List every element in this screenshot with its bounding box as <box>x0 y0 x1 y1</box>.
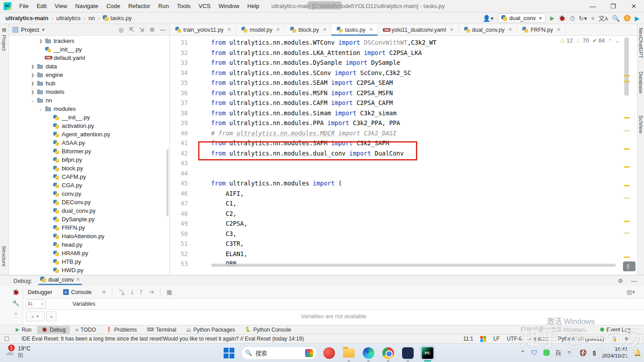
collapse-all-icon[interactable]: ⇲ <box>139 26 144 33</box>
code-line[interactable]: 48 C2, <box>170 209 622 219</box>
ime-indicator[interactable]: 英 <box>555 348 561 357</box>
step-out-icon[interactable]: ⭡ <box>140 289 143 296</box>
more-actions-icon[interactable]: » <box>15 311 17 316</box>
maximize-button[interactable]: ❐ <box>603 0 623 12</box>
code-line[interactable]: 36from ultralytics.nn.modules.MSFN impor… <box>170 88 622 98</box>
tree-item--init-py[interactable]: __init__.py <box>9 45 169 54</box>
error-stripe[interactable] <box>623 36 630 275</box>
tool-window-button-debug[interactable]: 🐞Debug <box>37 326 69 334</box>
code-line[interactable]: 33from ultralytics.nn.modules.DySanple i… <box>170 58 622 68</box>
tree-item-hub[interactable]: ❯hub <box>9 79 169 88</box>
debug-session-tab[interactable]: dual_conv ✕ <box>38 277 82 285</box>
taskbar-edge[interactable] <box>361 345 376 361</box>
tool-window-button-todo[interactable]: ≡TODO <box>72 326 100 334</box>
hide-panel-icon[interactable]: — <box>160 26 166 33</box>
editor-scrollbar-thumb[interactable] <box>624 38 629 96</box>
tree-chevron-icon[interactable]: ❯ <box>29 64 37 69</box>
project-panel-title[interactable]: Project <box>21 26 39 33</box>
code-line[interactable]: 40# from ultralytics.nn.modules.MDCR imp… <box>170 128 622 139</box>
code-editor[interactable]: 31from ultralytics.nn.modules.WTConv imp… <box>170 36 637 275</box>
tree-item-conv-py[interactable]: conv.py <box>9 189 169 198</box>
tree-item-bifpn-py[interactable]: bifpn.py <box>9 156 169 164</box>
menu-item-navigate[interactable]: Navigate <box>71 0 102 12</box>
tree-item-asaa-py[interactable]: ASAA.py <box>9 139 169 147</box>
security-shield-icon[interactable]: 🛡 <box>531 349 538 356</box>
line-separator[interactable]: LF <box>493 336 500 342</box>
tree-item-dual-conv-py[interactable]: dual_conv.py <box>9 206 169 215</box>
clock-widget[interactable]: 16:41 2024/10/21 <box>602 346 628 359</box>
settings-gear-icon[interactable]: ⚙ <box>149 26 155 33</box>
tree-item-head-py[interactable]: head.py <box>9 240 169 249</box>
editor-tab-frfn-py[interactable]: FRFN.py✕ <box>517 24 565 35</box>
close-tab-icon[interactable]: ✕ <box>276 27 280 33</box>
tool-window-button-python-console[interactable]: 🐍Python Console <box>241 326 295 334</box>
status-message[interactable]: IDE Eval Reset: It has been a long time … <box>21 336 304 342</box>
frames-dropdown[interactable]: Fi∨ <box>26 299 46 308</box>
close-tab-icon[interactable]: ✕ <box>508 27 512 33</box>
weather-widget[interactable]: ☁1 19°C 阴 <box>4 345 30 359</box>
minimize-button[interactable]: — <box>582 0 603 12</box>
run-configuration-select[interactable]: dual_conv ▼ <box>498 13 546 23</box>
wifi-icon[interactable]: ᯤ <box>567 349 573 356</box>
tree-chevron-icon[interactable]: ⌄ <box>29 98 37 103</box>
code-line[interactable]: 46 AIFI, <box>170 189 622 199</box>
tool-stripe-structure[interactable]: Structure <box>1 246 7 267</box>
tree-item-hwd-py[interactable]: HWD.py <box>9 266 169 274</box>
close-tab-icon[interactable]: ✕ <box>369 27 373 33</box>
prev-issue-icon[interactable]: ⌃ <box>608 38 612 43</box>
tree-item-haloattention-py[interactable]: HaloAttention.py <box>9 232 169 240</box>
event-log-button[interactable]: Event Log <box>600 327 644 333</box>
file-encoding[interactable]: UTF-8 <box>507 336 522 342</box>
stop-button[interactable]: ■ <box>591 15 594 21</box>
tree-item-biformer-py[interactable]: Biformer.py <box>9 147 169 156</box>
update-notification-icon[interactable]: ⇧ <box>624 15 631 21</box>
volume-muted-icon[interactable]: 🔇 <box>579 349 587 356</box>
tree-item-trackers[interactable]: ❯trackers <box>9 37 169 45</box>
translate-icon[interactable]: 文A <box>598 15 608 21</box>
tree-item-dysanple-py[interactable]: DySanple.py <box>9 215 169 223</box>
notifications-bell-icon[interactable]: 🔔 <box>634 349 641 356</box>
menu-item-file[interactable]: File <box>15 0 33 12</box>
tree-item-modules[interactable]: ⌄modules <box>9 105 169 113</box>
tree-item-cga-py[interactable]: CGA.py <box>9 181 169 189</box>
tool-stripe-project[interactable]: Project <box>1 35 7 51</box>
collapse-panel-icon[interactable]: ⟨▏ <box>623 261 636 271</box>
tree-item-nn[interactable]: ⌄nn <box>9 96 169 105</box>
code-area[interactable]: 31from ultralytics.nn.modules.WTConv imp… <box>170 38 622 269</box>
tree-item-cafm-py[interactable]: CAFM.py <box>9 173 169 181</box>
tool-stripe-sciview[interactable]: SciView <box>638 115 644 134</box>
code-line[interactable]: 45from ultralytics.nn.modules import ( <box>170 178 622 189</box>
tool-stripe-nexchatgpt[interactable]: NexChatGPT <box>638 28 644 58</box>
tree-item-frfn-py[interactable]: FRFN.py <box>9 223 169 232</box>
tree-item-activation-py[interactable]: activation.py <box>9 122 169 130</box>
code-line[interactable]: 42from ultralytics.nn.modules.dual_conv … <box>170 148 622 159</box>
taskbar-file-explorer[interactable] <box>341 345 356 361</box>
tree-item-block-py[interactable]: block.py <box>9 164 169 173</box>
tree-chevron-icon[interactable]: ⌄ <box>37 107 45 111</box>
locate-file-icon[interactable]: ◎ <box>119 26 123 33</box>
project-tree-scrollbar[interactable] <box>166 149 169 216</box>
tree-item-default-yaml[interactable]: default.yaml <box>9 54 169 62</box>
debug-variables-area[interactable]: »▼ » Variables are not available <box>23 310 644 325</box>
inspection-widget[interactable]: ⚠ 12 ⚠ 70 ✔ 84 ⌃ ⌄ <box>560 38 619 44</box>
editor-tab-yolo11-dualconv-yaml[interactable]: yolo11_dualconv.yaml✕ <box>378 24 458 35</box>
green-tray-icon[interactable] <box>543 349 550 356</box>
breadcrumb-item[interactable]: ultralytics-main <box>5 15 48 21</box>
code-line[interactable]: 43 <box>170 158 622 168</box>
menu-item-code[interactable]: Code <box>102 0 124 12</box>
code-line[interactable]: 31from ultralytics.nn.modules.WTConv imp… <box>170 38 622 48</box>
settings-cloud-icon[interactable]: ⚙ <box>624 336 629 342</box>
editor-tab-model-py[interactable]: model.py✕ <box>236 24 285 35</box>
battery-icon[interactable]: ▮ <box>593 349 596 356</box>
start-button[interactable] <box>221 345 237 361</box>
tool-window-button-python-packages[interactable]: 🗂Python Packages <box>182 326 239 334</box>
tool-window-button-problems[interactable]: ❗Problems <box>102 326 140 334</box>
tree-chevron-icon[interactable]: ❯ <box>29 73 37 77</box>
editor-tab-dual-conv-py[interactable]: dual_conv.py✕ <box>459 24 517 35</box>
debug-button[interactable]: 🐞 <box>559 15 566 21</box>
close-tab-icon[interactable]: ✕ <box>556 27 560 33</box>
profiler-button[interactable]: ⏱ <box>570 15 575 21</box>
step-over-icon[interactable]: ⤵ <box>119 288 124 296</box>
breadcrumb[interactable]: ultralytics-main›ultralytics›nn›tasks.py <box>5 15 131 21</box>
tool-window-button-terminal[interactable]: ⌨Terminal <box>143 326 180 334</box>
